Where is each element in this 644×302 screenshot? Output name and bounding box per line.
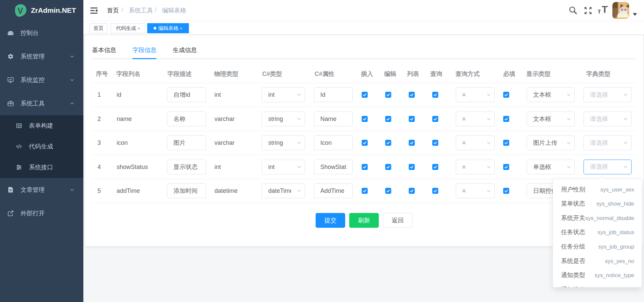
svg-text:V: V [17,6,23,15]
